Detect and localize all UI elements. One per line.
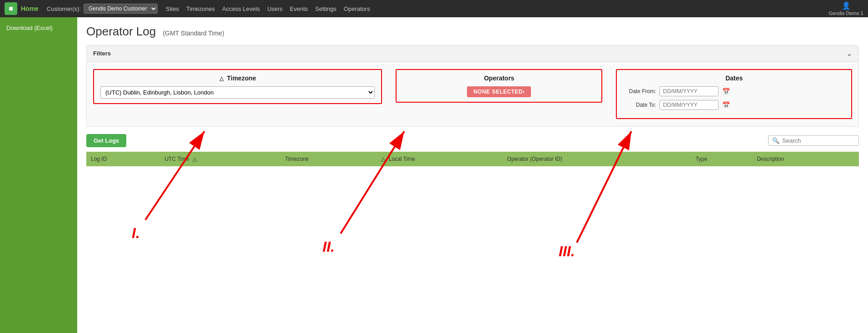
local-time-icon: △ [381,156,385,162]
operators-select-button[interactable]: NONE SELECTED› [467,86,531,97]
col-timezone: Timezone [280,152,377,166]
top-nav: ■ Home Customer(s): Gendis Demo Customer… [0,0,868,17]
calendar-from-icon[interactable]: 📅 [722,88,730,95]
sidebar: Download (Excel) [0,17,77,333]
main-layout: Download (Excel) Operator Log (GMT Stand… [0,17,868,333]
calendar-to-icon[interactable]: 📅 [722,101,730,109]
filters-header[interactable]: Filters ⌄ [87,45,858,62]
date-from-label: Date From: [624,88,656,94]
nav-access-levels[interactable]: Access Levels [222,5,260,12]
user-area: 👤 Gendis Demo 1 [829,1,863,16]
col-operator: Operator (Operator ID) [502,152,691,166]
col-local-time: △ Local Time [377,152,502,166]
customer-select[interactable]: Gendis Demo Customer [84,4,158,14]
nav-links: Sites Timezones Access Levels Users Even… [166,5,829,12]
logo-icon: ■ [9,5,13,13]
timezone-icon: △ [219,75,223,82]
customer-label: Customer(s): [47,5,81,12]
search-icon: 🔍 [772,137,779,144]
operators-filter-box: Operators NONE SELECTED› [396,69,602,103]
svg-text:III.: III. [559,243,575,259]
dates-filter-box: Dates Date From: 📅 Date To: 📅 [616,69,852,119]
date-to-row: Date To: 📅 [624,100,844,110]
svg-text:I.: I. [132,225,140,241]
search-input[interactable] [782,137,855,144]
nav-operators[interactable]: Operators [344,5,370,12]
nav-events[interactable]: Events [290,5,308,12]
col-description: Description [752,152,859,166]
timezone-filter-box: △ Timezone (UTC) Dublin, Edinburgh, Lisb… [93,69,382,104]
nav-settings[interactable]: Settings [315,5,337,12]
date-from-row: Date From: 📅 [624,86,844,96]
date-to-label: Date To: [624,102,656,108]
toolbar-row: Get Logs 🔍 [86,134,859,147]
page-subtitle: (GMT Standard Time) [163,30,224,37]
nav-timezones[interactable]: Timezones [186,5,215,12]
timezone-select[interactable]: (UTC) Dublin, Edinburgh, Lisbon, London … [100,86,375,99]
sort-icon[interactable]: △ [193,156,197,162]
get-logs-button[interactable]: Get Logs [86,134,126,147]
operators-filter-title: Operators [484,75,514,82]
col-utc-time: UTC Time △ [160,152,280,166]
timezone-filter-title: △ Timezone [100,75,375,82]
col-type: Type [691,152,752,166]
dates-filter-title: Dates [624,75,844,82]
logo: ■ [5,2,17,15]
chevron-down-icon: ⌄ [846,49,852,58]
sidebar-download-excel[interactable]: Download (Excel) [0,22,77,34]
page-title: Operator Log (GMT Standard Time) [86,25,859,39]
home-link[interactable]: Home [21,5,39,12]
user-name: Gendis Demo 1 [829,10,863,16]
content-wrapper: Operator Log (GMT Standard Time) Filters… [86,25,859,166]
filters-panel: Filters ⌄ △ Timezone (UTC) Dublin, Edinb… [86,45,859,127]
col-log-id: Log ID [86,152,160,166]
date-to-input[interactable] [660,100,719,110]
date-from-input[interactable] [660,86,719,96]
nav-users[interactable]: Users [267,5,283,12]
svg-text:II.: II. [322,239,335,255]
svg-line-3 [577,131,631,243]
content-area: Operator Log (GMT Standard Time) Filters… [77,17,868,333]
table-header: Log ID UTC Time △ Timezone △ Local Time … [86,152,859,166]
filters-body: △ Timezone (UTC) Dublin, Edinburgh, Lisb… [87,62,858,126]
data-table: Log ID UTC Time △ Timezone △ Local Time … [86,152,859,166]
nav-sites[interactable]: Sites [166,5,179,12]
search-box: 🔍 [768,135,859,146]
filters-header-label: Filters [93,50,111,57]
user-icon: 👤 [842,1,851,10]
